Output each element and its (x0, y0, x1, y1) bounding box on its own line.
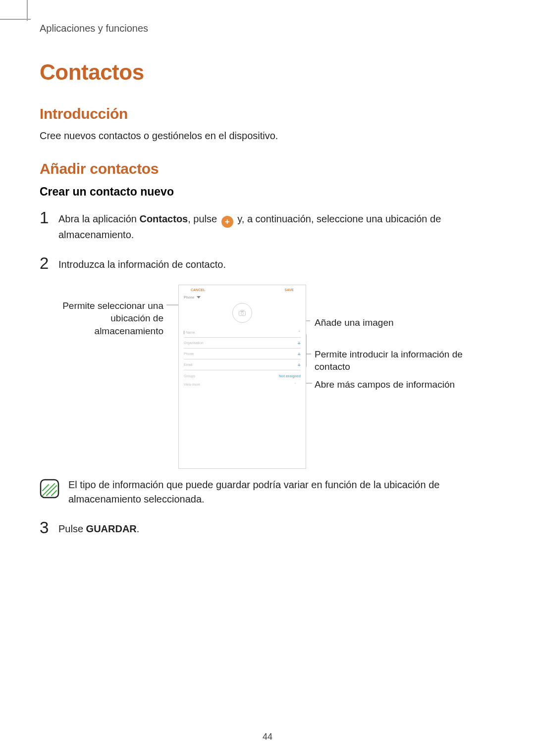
chevron-down-icon: ˅ (294, 383, 296, 387)
section-add-heading: Añadir contactos (40, 160, 495, 177)
phone-cancel: CANCEL (191, 288, 205, 292)
plus-icon: + (298, 351, 301, 357)
field-groups: Groups Not assigned (184, 374, 301, 378)
step-1-number: 1 (40, 209, 58, 226)
crop-mark-h (0, 19, 31, 20)
field-organisation: Organisation + (184, 338, 301, 349)
intro-text: Cree nuevos contactos o gestiónelos en e… (40, 130, 495, 142)
annotation-add-image: Añade una imagen (315, 316, 463, 329)
note-box: El tipo de información que puede guardar… (40, 478, 495, 506)
note-icon (40, 479, 59, 499)
field-viewmore: View more ˅ (184, 383, 301, 387)
chevron-down-icon (197, 296, 201, 299)
annotation-enter-info: Permite introducir la información de con… (315, 348, 463, 373)
phone-save: SAVE (284, 288, 294, 292)
step-2: 2 Introduzca la información de contacto. (40, 255, 495, 272)
step-2-number: 2 (40, 255, 58, 271)
step-2-text: Introduzca la información de contacto. (58, 255, 495, 272)
step-3-number: 3 (40, 519, 58, 536)
crop-mark-v (27, 0, 28, 21)
camera-icon (232, 303, 252, 323)
step-1: 1 Abra la aplicación Contactos, pulse + … (40, 209, 495, 242)
page-title: Contactos (40, 60, 495, 85)
step-3-text: Pulse GUARDAR. (58, 519, 495, 536)
phone-location-row: Phone (179, 292, 306, 300)
note-text: El tipo de información que puede guardar… (68, 478, 495, 506)
annotation-view-more: Abre más campos de información (315, 378, 463, 391)
running-head: Aplicaciones y funciones (40, 23, 495, 34)
field-phone: Phone + (184, 349, 301, 359)
annotation-storage-location: Permite seleccionar una ubicación de alm… (40, 300, 163, 338)
subheading-create: Crear un contacto nuevo (40, 185, 495, 199)
plus-icon: + (298, 362, 301, 368)
phone-screenshot: CANCEL SAVE Phone Name ˅ Organis (178, 285, 306, 469)
section-intro-heading: Introducción (40, 105, 495, 122)
plus-icon: + (298, 340, 301, 346)
field-email: Email + (184, 359, 301, 370)
figure-create-contact: Permite seleccionar una ubicación de alm… (40, 285, 485, 473)
plus-icon: + (221, 216, 233, 228)
page-number: 44 (0, 732, 535, 742)
step-1-text: Abra la aplicación Contactos, pulse + y,… (58, 209, 495, 242)
step-3: 3 Pulse GUARDAR. (40, 519, 495, 536)
field-name: Name ˅ (184, 328, 301, 338)
svg-point-8 (241, 312, 244, 314)
chevron-down-icon: ˅ (298, 330, 301, 335)
